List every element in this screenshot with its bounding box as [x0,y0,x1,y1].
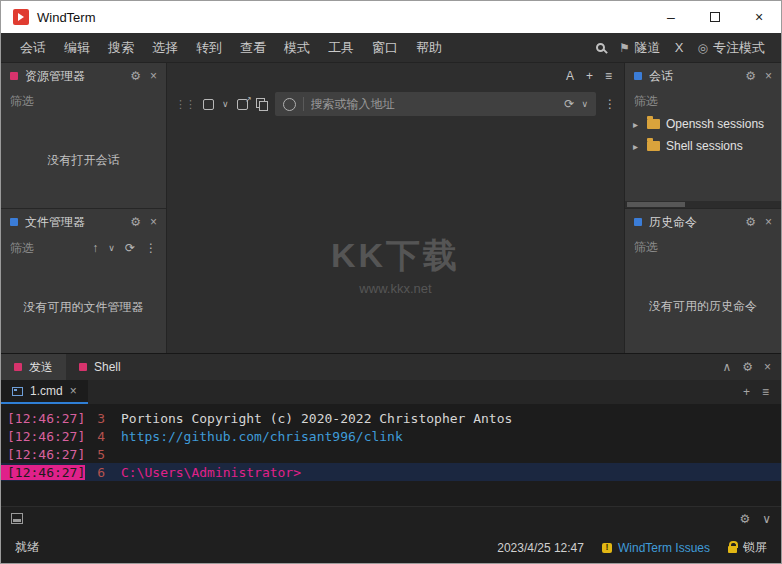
menu-tools[interactable]: 工具 [319,33,363,63]
address-input[interactable] [311,97,558,111]
menu-view[interactable]: 查看 [231,33,275,63]
open-external-icon[interactable] [237,99,248,110]
app-logo-icon [13,9,29,25]
tree-item-shell-sessions[interactable]: ▸ Shell sessions [625,135,781,157]
titlebar: WindTerm – × [1,1,781,33]
lock-screen-button[interactable]: 锁屏 [728,539,767,556]
scrollbar-thumb[interactable] [627,202,685,207]
tunnel-label: 隧道 [635,39,661,57]
tree-item-label: Shell sessions [666,139,743,153]
menu-help[interactable]: 帮助 [407,33,451,63]
tunnel-button[interactable]: ⚑ 隧道 [619,39,661,57]
focus-mode-label: 专注模式 [713,39,765,57]
status-bar: 就绪 2023/4/25 12:47 WindTerm Issues 锁屏 [1,530,781,564]
close-icon[interactable]: × [764,360,771,374]
tab-send[interactable]: 发送 [1,354,66,380]
menu-select[interactable]: 选择 [143,33,187,63]
windterm-issues-link[interactable]: WindTerm Issues [602,541,710,555]
collapse-icon[interactable]: ∧ [722,360,731,374]
refresh-icon[interactable]: ⟳ [125,241,135,255]
new-session-icon[interactable] [203,99,214,110]
explorer-panel: 资源管理器 ⚙ × 没有打开会话 [1,63,166,208]
chevron-down-icon[interactable]: ∨ [108,243,115,253]
terminal-icon [12,387,23,396]
tree-item-openssh-sessions[interactable]: ▸ Openssh sessions [625,113,781,135]
tab-shell-label: Shell [94,360,121,374]
copy-icon[interactable] [256,98,267,110]
chevron-down-icon[interactable]: ∨ [581,99,588,109]
close-icon[interactable]: × [150,69,157,83]
refresh-icon[interactable]: ⟳ [564,97,574,111]
menu-goto[interactable]: 转到 [187,33,231,63]
new-tab-icon[interactable]: + [743,385,750,399]
folder-icon [647,119,660,129]
chevron-down-icon[interactable]: ∨ [222,99,229,109]
search-icon[interactable] [596,43,605,52]
gear-icon[interactable]: ⚙ [745,69,756,83]
menu-edit[interactable]: 编辑 [55,33,99,63]
history-filter-row [625,235,781,259]
close-icon[interactable]: × [765,69,772,83]
sessions-panel-header: 会话 ⚙ × [625,63,781,89]
history-panel: 历史命令 ⚙ × 没有可用的历史命令 [625,208,781,353]
close-icon[interactable]: × [150,215,157,229]
field-divider [303,97,304,111]
menu-search[interactable]: 搜索 [99,33,143,63]
console-panel-icon[interactable] [11,513,23,524]
gear-icon[interactable]: ⚙ [742,360,753,374]
line-timestamp: [12:46:27] [1,429,85,444]
info-icon[interactable] [283,98,296,111]
tab-1cmd[interactable]: 1.cmd × [1,380,88,404]
explorer-panel-icon [10,72,18,80]
horizontal-scrollbar[interactable] [625,201,781,208]
file-manager-filter-input[interactable] [10,241,56,255]
menu-session[interactable]: 会话 [11,33,55,63]
more-dots-icon[interactable]: ⋮ [604,97,616,111]
close-icon: × [755,9,763,25]
drag-grip-icon[interactable]: ⋮⋮ [175,98,195,111]
gear-icon[interactable]: ⚙ [130,215,141,229]
terminal-output[interactable]: [12:46:27] 3 Portions Copyright (c) 2020… [1,404,781,506]
gear-icon[interactable]: ⚙ [130,69,141,83]
minimize-icon: – [667,9,675,25]
font-size-button[interactable]: A [566,69,574,83]
minimize-button[interactable]: – [649,1,693,33]
menu-mode[interactable]: 模式 [275,33,319,63]
history-empty-text: 没有可用的历史命令 [625,259,781,353]
gear-icon[interactable]: ⚙ [745,215,756,229]
x-button[interactable]: X [675,40,684,55]
terminal-line: [12:46:27] 5 [1,445,781,463]
line-timestamp: [12:46:27] [1,465,85,480]
hamburger-menu-icon[interactable]: ≡ [605,69,612,83]
menu-window[interactable]: 窗口 [363,33,407,63]
focus-mode-button[interactable]: ◎ 专注模式 [698,39,765,57]
history-filter-input[interactable] [634,240,772,254]
up-arrow-icon[interactable]: ↑ [92,241,98,255]
maximize-button[interactable] [693,1,737,33]
close-button[interactable]: × [737,1,781,33]
line-link[interactable]: https://github.com/chrisant996/clink [121,429,403,444]
target-icon: ◎ [698,41,708,55]
add-button[interactable]: + [586,69,593,83]
address-field: ⟳ ∨ [275,92,596,116]
prompt-text: C:\Users\Administrator> [121,465,301,480]
expand-arrow-icon[interactable]: ▸ [633,119,641,130]
gear-icon[interactable]: ⚙ [739,512,750,526]
close-icon[interactable]: × [765,215,772,229]
expand-arrow-icon[interactable]: ▸ [633,141,641,152]
explorer-filter-input[interactable] [10,94,157,108]
sessions-filter-input[interactable] [634,94,772,108]
tab-shell[interactable]: Shell [66,354,134,380]
more-dots-icon[interactable]: ⋮ [145,241,157,255]
tab-list-icon[interactable]: ≡ [762,385,769,399]
tabbar-controls: + ≡ [743,385,781,399]
explorer-filter-row [1,89,166,113]
close-tab-icon[interactable]: × [70,384,77,398]
tab-shell-icon [79,363,87,371]
chevron-down-icon[interactable]: ∨ [762,512,771,526]
history-panel-icon [634,218,642,226]
watermark: KK下载 www.kkx.net [331,233,460,296]
line-number: 3 [85,411,121,426]
tab-send-label: 发送 [29,359,53,376]
explorer-empty-text: 没有打开会话 [1,113,166,208]
